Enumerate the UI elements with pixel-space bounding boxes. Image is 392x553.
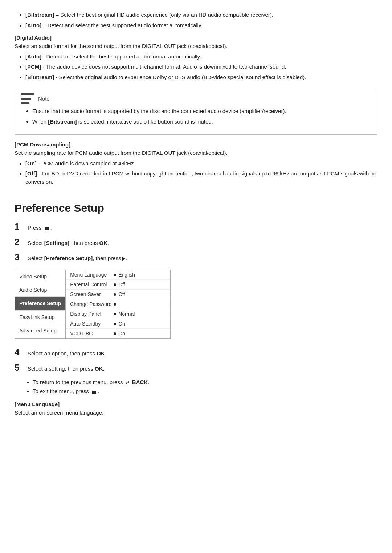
step-4-text: Select an option, then press OK. — [28, 350, 106, 358]
menu-row-value-vcd-pbc: On — [114, 331, 125, 336]
step-5: 5 Select a setting, then press OK. — [15, 361, 377, 374]
digital-audio-bullet-list: [Auto] - Detect and select the best supp… — [15, 53, 377, 82]
menu-row-value-display-panel: Normal — [114, 311, 135, 317]
step-3-text: Select [Preference Setup], then press. — [28, 254, 127, 263]
pcm-bullet-off: [Off] - For BD or DVD recorded in LPCM w… — [25, 170, 377, 186]
intro-bullet-auto: [Auto] – Detect and select the best supp… — [25, 21, 377, 30]
menu-item-video-setup: Video Setup — [15, 270, 65, 283]
pcm-bullet-list: [On] - PCM audio is down-sampled at 48kH… — [15, 160, 377, 186]
menu-row-value-screen-saver: Off — [114, 291, 125, 297]
menu-item-preference-setup: Preference Setup — [15, 297, 65, 310]
menu-row-value-parental-control: Off — [114, 282, 125, 287]
digital-audio-bullet-pcm: [PCM] - The audio device does not suppor… — [25, 63, 377, 71]
menu-row-value-menu-language: English — [114, 272, 135, 278]
menu-item-easylink-setup: EasyLink Setup — [15, 311, 65, 324]
menu-row-parental-control: Parental Control Off — [66, 280, 170, 290]
note-header: Note — [21, 93, 371, 104]
menu-left: Video Setup Audio Setup Preference Setup… — [15, 270, 66, 338]
step-3-num: 3 — [15, 251, 28, 264]
menu-row-label-display-panel: Display Panel — [70, 311, 114, 317]
menu-row-label-menu-language: Menu Language — [70, 272, 114, 278]
preference-setup-title: Preference Setup — [15, 202, 377, 214]
menu-row-vcd-pbc: VCD PBC On — [66, 329, 170, 338]
intro-bullet-bitstream: [Bitstream] – Select the best original H… — [25, 11, 377, 19]
step-4-num: 4 — [15, 346, 28, 359]
home-icon-1 — [44, 224, 49, 232]
steps-4-5: 4 Select an option, then press OK. 5 Sel… — [15, 346, 377, 374]
sub-bullet-list: To return to the previous menu, press ↵ … — [15, 378, 377, 396]
note-icon — [21, 93, 34, 104]
step-1-text: Press . — [28, 224, 52, 232]
step-5-num: 5 — [15, 361, 28, 374]
menu-language-heading: [Menu Language] — [15, 401, 377, 407]
menu-row-label-screen-saver: Screen Saver — [70, 291, 114, 297]
steps-1-3: 1 Press . 2 Select [Settings], then pres… — [15, 220, 377, 264]
menu-row-change-password: Change Password — [66, 299, 170, 309]
note-bullet-list: Ensure that the audio format is supporte… — [21, 107, 371, 126]
menu-right: Menu Language English Parental Control O… — [66, 270, 170, 338]
home-icon-2 — [91, 387, 97, 396]
note-bullet-2: When [Bitstream] is selected, interactiv… — [32, 118, 371, 126]
setup-menu: Video Setup Audio Setup Preference Setup… — [15, 270, 171, 339]
menu-row-menu-language: Menu Language English — [66, 270, 170, 280]
step-1: 1 Press . — [15, 220, 377, 233]
menu-row-display-panel: Display Panel Normal — [66, 309, 170, 319]
note-box: Note Ensure that the audio format is sup… — [15, 88, 377, 135]
intro-bullet-list: [Bitstream] – Select the best original H… — [15, 11, 377, 29]
step-2-text: Select [Settings], then press OK. — [28, 239, 109, 247]
menu-row-label-change-password: Change Password — [70, 301, 114, 307]
step-2: 2 Select [Settings], then press OK. — [15, 235, 377, 249]
digital-audio-heading: [Digital Audio] — [15, 35, 377, 41]
menu-row-label-vcd-pbc: VCD PBC — [70, 331, 114, 336]
menu-row-value-auto-standby: On — [114, 321, 125, 327]
menu-item-advanced-setup: Advanced Setup — [15, 324, 65, 337]
digital-audio-text: Select an audio format for the sound out… — [15, 42, 377, 51]
step-3: 3 Select [Preference Setup], then press. — [15, 251, 377, 264]
sub-bullet-exit: To exit the menu, press . — [33, 387, 377, 396]
note-label: Note — [38, 96, 50, 102]
menu-row-auto-standby: Auto Standby On — [66, 319, 170, 329]
step-5-text: Select a setting, then press OK. — [28, 365, 105, 373]
step-4: 4 Select an option, then press OK. — [15, 346, 377, 359]
play-icon-1 — [122, 257, 125, 261]
menu-row-screen-saver: Screen Saver Off — [66, 290, 170, 299]
menu-row-label-auto-standby: Auto Standby — [70, 321, 114, 327]
digital-audio-bullet-bitstream: [Bitstream] - Select the original audio … — [25, 73, 377, 82]
menu-row-label-parental-control: Parental Control — [70, 282, 114, 287]
menu-item-audio-setup: Audio Setup — [15, 283, 65, 297]
pcm-heading: [PCM Downsampling] — [15, 141, 377, 148]
step-2-num: 2 — [15, 235, 28, 249]
sub-bullet-back: To return to the previous menu, press ↵ … — [33, 378, 377, 387]
section-divider — [15, 195, 377, 195]
menu-language-text: Select an on-screen menu language. — [15, 409, 377, 417]
menu-row-value-change-password — [114, 303, 118, 306]
step-1-num: 1 — [15, 220, 28, 233]
pcm-bullet-on: [On] - PCM audio is down-sampled at 48kH… — [25, 160, 377, 168]
pcm-text: Set the sampling rate for PCM audio outp… — [15, 149, 377, 157]
digital-audio-bullet-auto: [Auto] - Detect and select the best supp… — [25, 53, 377, 61]
note-bullet-1: Ensure that the audio format is supporte… — [32, 107, 371, 116]
back-icon: ↵ — [125, 378, 130, 387]
